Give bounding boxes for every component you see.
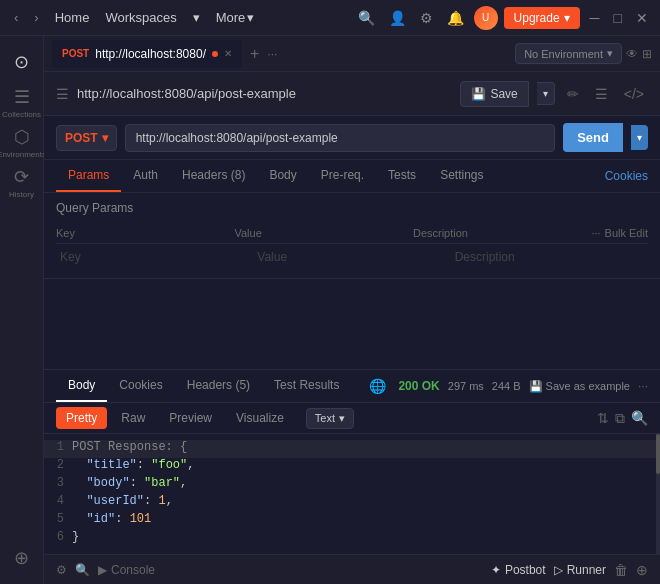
settings-bottom-btn[interactable]: ⚙ (56, 563, 67, 577)
response-more-button[interactable]: ··· (638, 379, 648, 393)
code-area[interactable]: 1 POST Response: { 2 "title": "foo", 3 "… (44, 434, 660, 554)
sidebar-item-history[interactable]: ⟳ History (4, 164, 40, 200)
format-type-label: Text (315, 412, 335, 424)
save-button[interactable]: 💾 Save (460, 81, 528, 107)
user-icon-btn[interactable]: 👤 (385, 6, 410, 30)
env-settings-icon[interactable]: 👁 (626, 47, 638, 61)
home-nav[interactable]: Home (49, 10, 96, 25)
line-num-1: 1 (44, 440, 72, 454)
code-content-5: "id": 101 (72, 512, 660, 526)
console-button[interactable]: ▶ Console (98, 563, 155, 577)
status-badge: 200 OK (398, 379, 439, 393)
cookies-link[interactable]: Cookies (605, 169, 648, 183)
postbot-label: Postbot (505, 563, 546, 577)
minimize-button[interactable]: ─ (586, 6, 604, 30)
line-num-4: 4 (44, 494, 72, 508)
send-button[interactable]: Send (563, 123, 623, 152)
tab-close-icon[interactable]: ✕ (224, 48, 232, 59)
resp-tab-body[interactable]: Body (56, 370, 107, 402)
tab-auth[interactable]: Auth (121, 160, 170, 192)
user-avatar[interactable]: U (474, 6, 498, 30)
search-response-btn[interactable]: 🔍 (631, 410, 648, 426)
resp-tab-test-results[interactable]: Test Results (262, 370, 351, 402)
collections-label: Collections (2, 110, 41, 119)
line-num-6: 6 (44, 530, 72, 544)
back-button[interactable]: ‹ (8, 6, 24, 29)
add-bottom-button[interactable]: ⊕ (636, 562, 648, 578)
code-line-6: 6 } (44, 530, 660, 548)
request-tabs: Params Auth Headers (8) Body Pre-req. Te… (44, 160, 660, 193)
code-icon-btn[interactable]: </> (620, 82, 648, 106)
fmt-tab-preview[interactable]: Preview (159, 407, 222, 429)
url-input[interactable] (125, 124, 556, 152)
save-dropdown-button[interactable]: ▾ (537, 82, 555, 105)
tab-headers[interactable]: Headers (8) (170, 160, 257, 192)
runner-button[interactable]: ▷ Runner (554, 563, 606, 577)
tab-settings[interactable]: Settings (428, 160, 495, 192)
sidebar-item-more[interactable]: ⊕ (4, 540, 40, 576)
sidebar-item-collections[interactable]: ☰ Collections (4, 84, 40, 120)
search-bottom-icon: 🔍 (75, 563, 90, 577)
tab-tests[interactable]: Tests (376, 160, 428, 192)
comments-icon-btn[interactable]: ☰ (591, 82, 612, 106)
url-bar: ☰ http://localhost:8080/api/post-example… (44, 72, 660, 116)
postbot-icon: ✦ (491, 563, 501, 577)
description-input[interactable] (451, 248, 644, 266)
save-example-button[interactable]: 💾 Save as example (529, 380, 630, 393)
active-tab[interactable]: POST http://localhost:8080/ ✕ (52, 40, 242, 68)
sidebar: ⊙ ☰ Collections ⬡ Environments ⟳ History… (0, 36, 44, 584)
tab-overflow-button[interactable]: ··· (267, 47, 277, 61)
edit-icon-btn[interactable]: ✏ (563, 82, 583, 106)
method-selector[interactable]: POST ▾ (56, 125, 117, 151)
resp-tab-headers[interactable]: Headers (5) (175, 370, 262, 402)
value-input[interactable] (253, 248, 446, 266)
settings-icon-btn[interactable]: ⚙ (416, 6, 437, 30)
globe-icon: 🌐 (365, 374, 390, 398)
key-input[interactable] (56, 248, 249, 266)
tab-prereq[interactable]: Pre-req. (309, 160, 376, 192)
more-nav[interactable]: More ▾ (210, 10, 261, 25)
empty-space (44, 279, 660, 369)
env-label: No Environment (524, 48, 603, 60)
workspaces-nav[interactable]: Workspaces (99, 10, 182, 25)
code-content-6: } (72, 530, 660, 544)
send-dropdown-button[interactable]: ▾ (631, 125, 648, 150)
url-display: http://localhost:8080/api/post-example (77, 86, 452, 101)
tab-body[interactable]: Body (257, 160, 308, 192)
sidebar-item-environments[interactable]: ⬡ Environments (4, 124, 40, 160)
filter-icon-btn[interactable]: ⇅ (597, 410, 609, 426)
copy-icon-btn[interactable]: ⧉ (615, 410, 625, 427)
content-area: POST http://localhost:8080/ ✕ + ··· No E… (44, 36, 660, 584)
tab-url: http://localhost:8080/ (95, 47, 206, 61)
history-label: History (9, 190, 34, 199)
fmt-tab-raw[interactable]: Raw (111, 407, 155, 429)
fmt-tab-visualize[interactable]: Visualize (226, 407, 294, 429)
search-bottom-btn[interactable]: 🔍 (75, 563, 90, 577)
format-type-selector[interactable]: Text ▾ (306, 408, 354, 429)
maximize-button[interactable]: □ (610, 6, 626, 30)
sidebar-item-home[interactable]: ⊙ (4, 44, 40, 80)
tab-params[interactable]: Params (56, 160, 121, 192)
bulk-edit-button[interactable]: ··· Bulk Edit (591, 227, 648, 239)
new-tab-button[interactable]: + (246, 45, 263, 63)
scrollbar[interactable] (656, 434, 660, 554)
upgrade-label: Upgrade (514, 11, 560, 25)
sidebar-toggle-icon[interactable]: ⊞ (642, 47, 652, 61)
trash-button[interactable]: 🗑 (614, 562, 628, 578)
resp-tab-cookies[interactable]: Cookies (107, 370, 174, 402)
upgrade-button[interactable]: Upgrade ▾ (504, 7, 580, 29)
environments-icon: ⬡ (14, 126, 30, 148)
query-params-title: Query Params (56, 201, 648, 215)
env-selector[interactable]: No Environment ▾ (515, 43, 622, 64)
fmt-tab-pretty[interactable]: Pretty (56, 407, 107, 429)
postbot-button[interactable]: ✦ Postbot (491, 563, 546, 577)
save-label: Save (490, 87, 517, 101)
close-button[interactable]: ✕ (632, 6, 652, 30)
runner-label: Runner (567, 563, 606, 577)
forward-button[interactable]: › (28, 6, 44, 29)
bell-icon-btn[interactable]: 🔔 (443, 6, 468, 30)
search-icon-btn[interactable]: 🔍 (354, 6, 379, 30)
scrollbar-thumb[interactable] (656, 434, 660, 474)
history-icon: ⟳ (14, 166, 29, 188)
save-example-label: Save as example (546, 380, 630, 392)
